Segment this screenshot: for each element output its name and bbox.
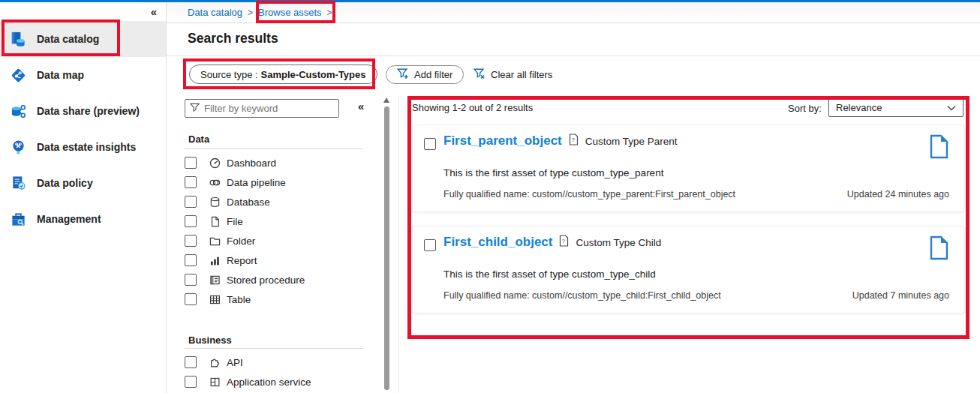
result-title-row: First_child_object ? Custom Type Child (443, 235, 661, 250)
data-share-icon (10, 103, 27, 120)
application-service-checkbox[interactable] (185, 376, 197, 388)
filter-item-label: File (227, 216, 243, 227)
sidebar-item-data-map[interactable]: Data map (0, 57, 166, 93)
filter-item-report[interactable]: Report (185, 250, 372, 270)
filter-item-label: Database (227, 196, 270, 208)
svg-text:?: ? (562, 238, 566, 244)
asset-type-label: Custom Type Parent (585, 136, 678, 147)
result-checkbox[interactable] (424, 138, 436, 150)
filter-item-folder[interactable]: Folder (185, 231, 372, 250)
breadcrumb: Data catalog > Browse assets > (188, 7, 332, 18)
filter-item-table[interactable]: Table (185, 290, 372, 309)
filter-item-api[interactable]: API (185, 352, 372, 372)
management-icon (10, 211, 27, 228)
file-icon (209, 216, 221, 227)
report-checkbox[interactable] (185, 254, 197, 266)
stored-procedure-icon (209, 274, 221, 286)
database-checkbox[interactable] (185, 196, 197, 208)
breadcrumb-separator: > (248, 8, 253, 18)
filter-item-dashboard[interactable]: Dashboard (185, 153, 372, 172)
breadcrumb-link-browse-assets[interactable]: Browse assets (258, 7, 322, 18)
application-service-icon (209, 376, 221, 388)
sidebar-item-label: Data policy (37, 177, 93, 189)
add-filter-button[interactable]: Add filter (386, 65, 464, 84)
filter-item-label: API (227, 357, 243, 368)
sidebar-item-label: Data catalog (37, 33, 99, 45)
sidebar-item-data-policy[interactable]: Data policy (0, 165, 166, 201)
asset-type-label: Custom Type Child (576, 237, 661, 248)
sidebar-collapse-icon[interactable]: « (151, 5, 157, 18)
file-asset-icon (929, 236, 949, 263)
scrollbar-thumb[interactable] (384, 106, 389, 390)
dashboard-checkbox[interactable] (185, 157, 197, 169)
breadcrumb-separator: > (327, 8, 332, 18)
data-catalog-icon (10, 31, 27, 48)
dashboard-icon (209, 158, 221, 169)
sidebar-items: Data catalog Data map (0, 21, 166, 237)
filter-section-title-business: Business (188, 334, 232, 346)
result-card-first-child-object[interactable]: First_child_object ? Custom Type Child T… (412, 226, 965, 314)
filter-item-label: Table (227, 294, 251, 305)
filter-item-database[interactable]: Database (185, 192, 372, 212)
source-type-filter-chip[interactable]: Source type : Sample-Custom-Types (189, 64, 377, 84)
result-card-first-parent-object[interactable]: First_parent_object ? Custom Type Parent… (412, 124, 965, 212)
svg-text:?: ? (571, 136, 575, 143)
sidebar-item-label: Data share (preview) (37, 105, 140, 117)
clear-all-filters-button[interactable]: Clear all filters (473, 65, 552, 84)
section-divider (185, 148, 363, 149)
chip-value: Sample-Custom-Types (261, 69, 366, 80)
result-description: This is the first asset of type custom_t… (443, 167, 663, 178)
breadcrumb-bar: Data catalog > Browse assets > (167, 2, 980, 23)
file-checkbox[interactable] (185, 215, 197, 227)
filter-keyword-input[interactable] (204, 103, 336, 114)
page-title: Search results (188, 31, 278, 46)
sidebar-item-data-share[interactable]: Data share (preview) (0, 93, 166, 129)
api-icon (209, 357, 221, 368)
result-title-row: First_parent_object ? Custom Type Parent (443, 134, 678, 148)
sidebar-item-data-estate-insights[interactable]: Data estate insights (0, 129, 166, 165)
data-policy-icon (10, 175, 27, 192)
filter-item-label: Data pipeline (227, 177, 286, 188)
scrollbar-up-arrow-icon[interactable] (383, 98, 389, 103)
sort-by-label: Sort by: (788, 103, 822, 114)
folder-icon (209, 236, 221, 247)
result-updated-time: Updated 7 minutes ago (852, 290, 949, 301)
sidebar-item-label: Management (37, 213, 101, 225)
folder-checkbox[interactable] (185, 235, 197, 247)
result-checkbox[interactable] (424, 239, 436, 251)
clear-all-filters-label: Clear all filters (491, 69, 552, 80)
section-divider (185, 348, 363, 349)
stored-procedure-checkbox[interactable] (185, 274, 197, 286)
result-title-link[interactable]: First_child_object (443, 235, 552, 250)
chevron-down-icon (947, 102, 956, 113)
sidebar-item-label: Data map (37, 69, 84, 81)
table-checkbox[interactable] (185, 293, 197, 305)
sidebar-item-label: Data estate insights (37, 141, 136, 153)
filter-item-application-service[interactable]: Application service (185, 372, 372, 392)
breadcrumb-link-data-catalog[interactable]: Data catalog (188, 7, 242, 18)
filter-item-stored-procedure[interactable]: Stored procedure (185, 270, 372, 290)
report-icon (209, 255, 221, 266)
result-updated-time: Updated 24 minutes ago (847, 189, 949, 200)
filter-panel-scrollbar[interactable] (383, 96, 390, 393)
api-checkbox[interactable] (185, 356, 197, 368)
sort-by-dropdown[interactable]: Relevance (828, 98, 963, 117)
filter-item-file[interactable]: File (185, 212, 372, 231)
sidebar-item-management[interactable]: Management (0, 201, 166, 237)
sidebar-item-data-catalog[interactable]: Data catalog (0, 21, 166, 57)
filter-panel-collapse-icon[interactable]: « (358, 100, 364, 112)
filter-keyword-box (185, 99, 339, 118)
sort-by-value: Relevance (836, 102, 882, 113)
add-filter-label: Add filter (414, 69, 452, 80)
funnel-icon (190, 102, 200, 116)
data-pipeline-icon (209, 177, 221, 188)
filter-add-icon (397, 68, 409, 82)
data-estate-insights-icon (10, 139, 27, 156)
result-title-link[interactable]: First_parent_object (443, 134, 562, 148)
data-map-icon (10, 67, 27, 84)
data-pipeline-checkbox[interactable] (185, 176, 197, 188)
filter-item-label: Application service (227, 376, 311, 388)
results-summary: Showing 1-2 out of 2 results (412, 102, 533, 113)
filter-item-data-pipeline[interactable]: Data pipeline (185, 172, 372, 192)
asset-type-icon: ? (559, 235, 569, 250)
